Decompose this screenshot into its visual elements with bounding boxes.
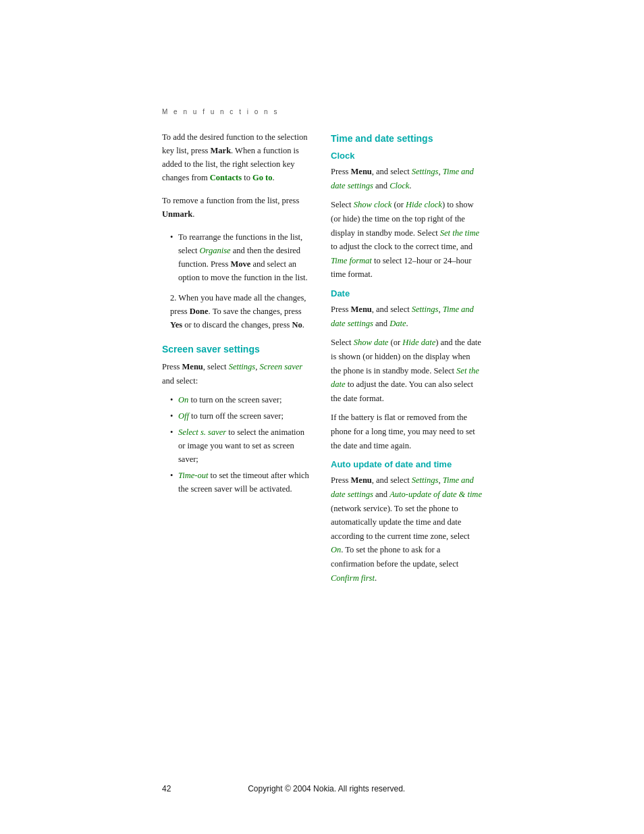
menu-bold-ss: Menu	[182, 362, 203, 371]
auto-settings-italic: Settings	[412, 475, 439, 485]
yes-bold: Yes	[170, 320, 182, 330]
show-date-italic: Show date	[354, 338, 389, 347]
mark-bold: Mark	[211, 146, 232, 155]
date-settings-italic: Settings	[412, 305, 439, 314]
no-bold: No	[292, 320, 302, 330]
screen-saver-section: Screen saver settings Press Menu, select…	[162, 344, 311, 496]
date-body-3: If the battery is flat or removed from t…	[331, 411, 482, 452]
date-subheading: Date	[331, 288, 482, 298]
bullet-off: Off to turn off the screen saver;	[170, 409, 311, 423]
clock-clock-italic: Clock	[390, 181, 409, 190]
clock-settings-italic: Settings	[412, 167, 439, 176]
bullet-on: On to turn on the screen saver;	[170, 393, 311, 407]
date-date-italic: Date	[390, 319, 406, 328]
date-body-1: Press Menu, and select Settings, Time an…	[331, 303, 482, 330]
clock-body-1: Press Menu, and select Settings, Time an…	[331, 165, 482, 192]
page-number: 42	[162, 784, 171, 793]
on-italic: On	[178, 395, 188, 405]
bullet-timeout: Time-out to set the timeout after which …	[170, 469, 311, 496]
intro-paragraph-1: To add the desired function to the selec…	[162, 130, 311, 184]
screen-saver-intro: Press Menu, select Settings, Screen save…	[162, 360, 311, 388]
bullet-list-rearrange: To rearrange the functions in the list, …	[170, 230, 311, 284]
time-date-heading: Time and date settings	[331, 133, 482, 144]
set-date-italic: Set the date	[331, 366, 479, 390]
auto-body-1: Press Menu, and select Settings, Time an…	[331, 473, 482, 585]
content-area: To add the desired function to the selec…	[0, 130, 644, 590]
footer: 42 Copyright © 2004 Nokia. All rights re…	[0, 784, 644, 793]
timeout-italic: Time-out	[178, 471, 208, 480]
screen-saver-bullet-list: On to turn on the screen saver; Off to t…	[170, 393, 311, 496]
auto-menu-bold: Menu	[351, 475, 372, 485]
off-italic: Off	[178, 411, 189, 421]
left-column: To add the desired function to the selec…	[162, 130, 311, 590]
right-column: Time and date settings Clock Press Menu,…	[331, 130, 482, 590]
show-clock-italic: Show clock	[354, 200, 392, 209]
date-body-2: Select Show date (or Hide date) and the …	[331, 336, 482, 405]
menu-functions-label: M e n u f u n c t i o n s	[162, 108, 482, 115]
time-format-italic: Time format	[331, 256, 372, 265]
hide-clock-italic: Hide clock	[406, 200, 442, 209]
numbered-item-2-text: 2. When you have made all the changes, p…	[170, 291, 311, 332]
auto-on-italic: On	[331, 545, 341, 554]
intro-paragraph-2: To remove a function from the list, pres…	[162, 194, 311, 221]
organise-italic: Organise	[200, 246, 231, 255]
done-bold: Done	[190, 307, 209, 316]
screen-saver-italic: Screen saver	[259, 362, 302, 371]
contacts-green: Contacts	[210, 173, 242, 182]
clock-subheading: Clock	[331, 151, 482, 161]
date-menu-bold: Menu	[351, 305, 372, 314]
auto-update-italic: Auto-update of date & time	[390, 490, 482, 499]
numbered-item-2: 2. When you have made all the changes, p…	[170, 291, 311, 332]
bullet-item-rearrange: To rearrange the functions in the list, …	[170, 230, 311, 284]
clock-menu-bold: Menu	[351, 167, 372, 176]
goto-green: Go to	[252, 173, 273, 182]
move-bold: Move	[230, 259, 250, 269]
page: M e n u f u n c t i o n s To add the des…	[0, 0, 644, 834]
clock-body-2: Select Show clock (or Hide clock) to sho…	[331, 198, 482, 282]
select-saver-italic: Select s. saver	[178, 427, 226, 437]
settings-italic-ss: Settings	[229, 362, 256, 371]
auto-update-subheading: Auto update of date and time	[331, 459, 482, 469]
screen-saver-heading: Screen saver settings	[162, 344, 311, 355]
set-time-italic: Set the time	[440, 228, 479, 238]
hide-date-italic: Hide date	[402, 338, 435, 347]
footer-copyright: Copyright © 2004 Nokia. All rights reser…	[171, 784, 482, 793]
header-section: M e n u f u n c t i o n s	[0, 0, 644, 130]
bullet-select-saver: Select s. saver to select the animation …	[170, 425, 311, 466]
auto-confirm-italic: Confirm first	[331, 573, 375, 583]
unmark-bold: Unmark	[162, 209, 192, 219]
